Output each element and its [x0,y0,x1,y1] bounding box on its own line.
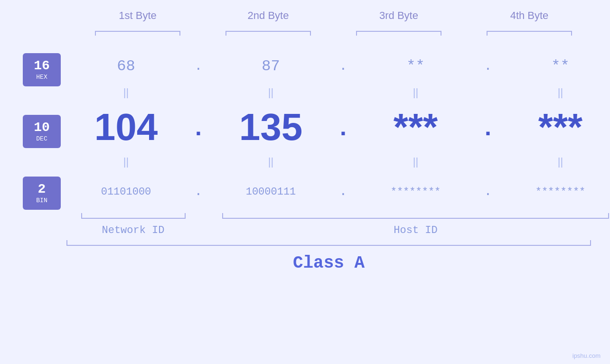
dec-badge[interactable]: 10 DEC [23,115,61,148]
network-id-label: Network ID [102,224,164,236]
hex-b1-cell: 68 [61,57,191,75]
bin-sep1: . [191,185,206,198]
bin-badge[interactable]: 2 BIN [23,177,61,210]
dec-row: 104 . 135 . *** . *** [61,101,610,153]
equals-row-2: || || || || [61,153,610,170]
hex-b4-cell: ** [495,57,610,75]
class-row: Class A [0,245,610,273]
eq1-b1: || [61,86,191,99]
hex-b2-value: 87 [262,57,280,75]
dec-sep1: . [191,113,206,141]
label-column: 16 HEX 10 DEC 2 BIN [0,48,61,210]
equals-row-1: || || || || [61,84,610,101]
bracket-b4 [464,26,595,34]
dec-b2-value: 135 [239,106,302,148]
dec-b1-value: 104 [94,106,158,148]
dec-sep2: . [336,113,350,141]
bracket-b2 [203,26,334,34]
hex-sep3: . [481,60,495,73]
bin-b2-cell: 10000111 [206,186,336,198]
dec-base-number: 10 [34,121,50,135]
dec-b2-cell: 135 [206,108,336,146]
bracket-b1 [73,26,203,34]
host-bracket-line [222,218,609,219]
hex-b2-cell: 87 [206,57,336,75]
id-brackets-row: Network ID Host ID [61,218,610,236]
hex-base-label: HEX [36,74,47,81]
byte4-header: 4th Byte [464,9,595,22]
bin-b4-value: ******** [535,186,586,198]
bin-base-label: BIN [36,197,47,204]
class-full-bracket [66,245,591,246]
hex-b1-value: 68 [117,57,135,75]
eq2-b1: || [61,156,191,168]
dec-sep3: . [481,113,495,141]
hex-b3-value: ** [406,57,424,75]
byte2-header: 2nd Byte [203,9,334,22]
bracket-line-b3 [356,31,441,32]
watermark: ipshu.com [572,352,601,359]
dec-b3-value: *** [394,106,438,148]
bracket-b3 [334,26,464,34]
main-container: 1st Byte 2nd Byte 3rd Byte 4th Byte 16 H… [0,0,610,364]
dec-base-label: DEC [36,135,47,142]
bin-sep3: . [481,185,495,198]
bin-b4-cell: ******** [495,186,610,198]
dec-b3-cell: *** [350,108,481,146]
data-grid: 68 . 87 . ** . ** || || [61,48,610,236]
host-id-label: Host ID [394,224,437,236]
bin-base-number: 2 [38,182,46,197]
eq1-b3: || [350,86,481,99]
dec-b4-value: *** [538,106,582,148]
network-bracket-left [81,213,82,219]
byte-headers: 1st Byte 2nd Byte 3rd Byte 4th Byte [28,9,610,22]
bin-b3-cell: ******** [350,186,481,198]
network-bracket-line [81,218,186,219]
bin-row: 01101000 . 10000111 . ******** . *******… [61,170,610,213]
dec-b4-cell: *** [495,108,610,146]
bracket-line-b2 [225,31,311,32]
top-brackets [28,26,610,34]
byte1-header: 1st Byte [73,9,203,22]
network-bracket-right [185,213,186,219]
hex-b3-cell: ** [350,57,481,75]
hex-b4-value: ** [551,57,569,75]
eq2-b2: || [206,156,336,168]
hex-sep1: . [191,60,206,73]
bin-b2-value: 10000111 [246,186,296,198]
hex-row: 68 . 87 . ** . ** [61,48,610,84]
hex-sep2: . [336,60,350,73]
bracket-line-b4 [487,31,572,32]
main-content: 16 HEX 10 DEC 2 BIN 68 . 87 [0,48,610,236]
host-bracket-right [608,213,609,219]
eq1-b4: || [495,86,610,99]
host-id-bracket: Host ID [206,218,610,236]
bin-b1-cell: 01101000 [61,186,191,198]
host-bracket-left [222,213,223,219]
bin-b3-value: ******** [391,186,441,198]
network-id-bracket: Network ID [61,218,206,236]
eq2-b3: || [350,156,481,168]
dec-b1-cell: 104 [61,108,191,146]
bin-sep2: . [336,185,350,198]
eq2-b4: || [495,156,610,168]
hex-badge[interactable]: 16 HEX [23,53,61,86]
hex-base-number: 16 [34,59,50,74]
eq1-b2: || [206,86,336,99]
bin-b1-value: 01101000 [101,186,151,198]
bracket-line-b1 [95,31,180,32]
byte3-header: 3rd Byte [334,9,464,22]
class-label: Class A [66,253,591,273]
